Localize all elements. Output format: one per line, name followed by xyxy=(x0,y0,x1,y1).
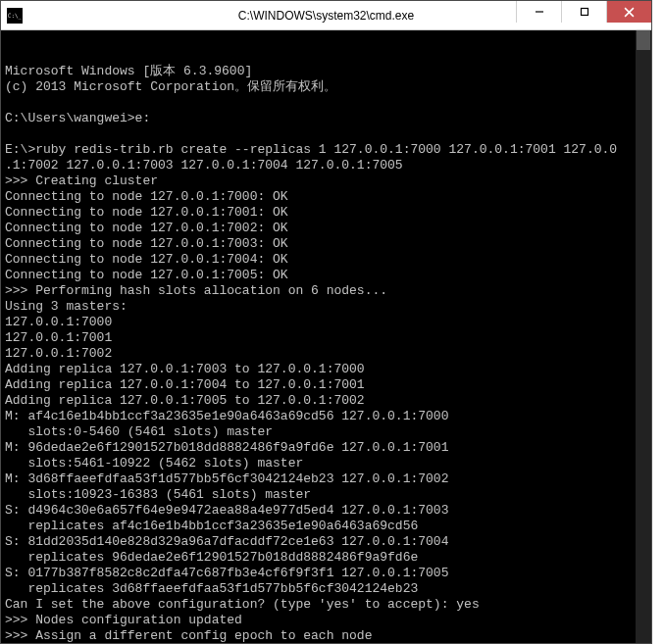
close-button[interactable] xyxy=(606,1,651,23)
window-title: C:\WINDOWS\system32\cmd.exe xyxy=(238,9,414,23)
maximize-icon xyxy=(580,7,589,17)
minimize-button[interactable] xyxy=(516,1,561,23)
scrollbar[interactable] xyxy=(636,30,651,643)
terminal-line: Adding replica 127.0.0.1:7003 to 127.0.0… xyxy=(5,362,647,377)
terminal-line: Connecting to node 127.0.0.1:7003: OK xyxy=(5,236,647,252)
terminal-line: Using 3 masters: xyxy=(5,299,647,315)
terminal-line: M: 96dedae2e6f12901527b018dd8882486f9a9f… xyxy=(5,440,647,456)
cmd-window: C:\WINDOWS\system32\cmd.exe Microsoft Wi… xyxy=(0,0,652,644)
maximize-button[interactable] xyxy=(561,1,606,23)
terminal-line: slots:0-5460 (5461 slots) master xyxy=(5,424,647,440)
terminal-line: slots:10923-16383 (5461 slots) master xyxy=(5,487,647,503)
minimize-icon xyxy=(535,7,544,17)
terminal-line: >>> Performing hash slots allocation on … xyxy=(5,283,647,299)
terminal-line: Adding replica 127.0.0.1:7005 to 127.0.0… xyxy=(5,393,647,409)
terminal-line: Connecting to node 127.0.0.1:7000: OK xyxy=(5,189,647,205)
terminal-line: 127.0.0.1:7002 xyxy=(5,346,647,362)
terminal-line: 127.0.0.1:7001 xyxy=(5,330,647,346)
terminal-line: replicates 96dedae2e6f12901527b018dd8882… xyxy=(5,550,647,566)
terminal-line: Connecting to node 127.0.0.1:7002: OK xyxy=(5,221,647,236)
terminal-line: Adding replica 127.0.0.1:7004 to 127.0.0… xyxy=(5,377,647,393)
titlebar: C:\WINDOWS\system32\cmd.exe xyxy=(1,1,651,30)
terminal-line: Connecting to node 127.0.0.1:7005: OK xyxy=(5,268,647,283)
terminal-line: >>> Nodes configuration updated xyxy=(5,613,647,628)
terminal-line: S: 81dd2035d140e828d329a96a7dfacddf72ce1… xyxy=(5,534,647,550)
terminal-line: replicates af4c16e1b4bb1ccf3a23635e1e90a… xyxy=(5,519,647,534)
terminal-line: >>> Assign a different config epoch to e… xyxy=(5,628,647,643)
terminal-line: slots:5461-10922 (5462 slots) master xyxy=(5,456,647,471)
terminal-line xyxy=(5,126,647,142)
terminal-line: S: 0177b387f8582c8c2dfa47c687fb3e4cf6f9f… xyxy=(5,566,647,581)
scrollbar-thumb[interactable] xyxy=(637,30,650,50)
window-controls xyxy=(516,1,651,29)
terminal-line: C:\Users\wangwei>e: xyxy=(5,111,647,126)
cmd-icon xyxy=(7,8,23,24)
terminal-line: >>> Creating cluster xyxy=(5,173,647,189)
terminal-output[interactable]: Microsoft Windows [版本 6.3.9600](c) 2013 … xyxy=(1,30,651,643)
close-icon xyxy=(624,7,635,18)
terminal-line: Connecting to node 127.0.0.1:7001: OK xyxy=(5,205,647,221)
terminal-line: E:\>ruby redis-trib.rb create --replicas… xyxy=(5,142,647,158)
terminal-line: Microsoft Windows [版本 6.3.9600] xyxy=(5,64,647,79)
terminal-line: Connecting to node 127.0.0.1:7004: OK xyxy=(5,252,647,268)
terminal-line: M: af4c16e1b4bb1ccf3a23635e1e90a6463a69c… xyxy=(5,409,647,424)
terminal-line: Can I set the above configuration? (type… xyxy=(5,597,647,613)
terminal-line: S: d4964c30e6a657f64e9e9472aea88a4e977d5… xyxy=(5,503,647,519)
terminal-line: 127.0.0.1:7000 xyxy=(5,315,647,330)
terminal-lines: Microsoft Windows [版本 6.3.9600](c) 2013 … xyxy=(5,64,647,643)
terminal-line: (c) 2013 Microsoft Corporation。保留所有权利。 xyxy=(5,79,647,95)
terminal-line: replicates 3d68ffaeefdfaa53f1d577bb5f6cf… xyxy=(5,581,647,597)
terminal-line: M: 3d68ffaeefdfaa53f1d577bb5f6cf3042124e… xyxy=(5,471,647,487)
terminal-line: .1:7002 127.0.0.1:7003 127.0.0.1:7004 12… xyxy=(5,158,647,173)
svg-rect-1 xyxy=(581,9,587,16)
terminal-line xyxy=(5,95,647,111)
